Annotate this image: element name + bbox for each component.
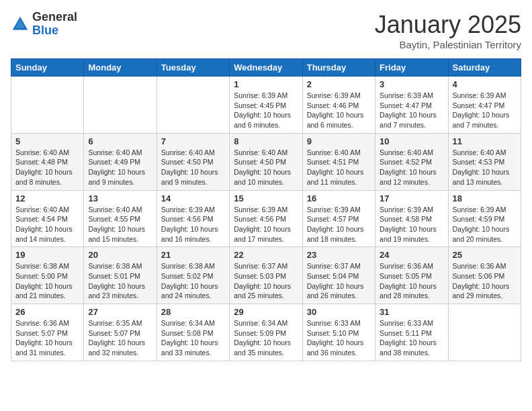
calendar-cell: 25Sunrise: 6:36 AMSunset: 5:06 PMDayligh… bbox=[448, 247, 521, 304]
day-info: Sunrise: 6:36 AMSunset: 5:06 PMDaylight:… bbox=[453, 261, 517, 301]
day-number: 12 bbox=[15, 193, 79, 203]
day-info: Sunrise: 6:36 AMSunset: 5:05 PMDaylight:… bbox=[380, 261, 443, 301]
calendar-cell: 1Sunrise: 6:39 AMSunset: 4:45 PMDaylight… bbox=[230, 77, 302, 134]
day-info: Sunrise: 6:39 AMSunset: 4:56 PMDaylight:… bbox=[234, 205, 298, 244]
calendar-cell: 3Sunrise: 6:39 AMSunset: 4:47 PMDaylight… bbox=[375, 77, 448, 134]
calendar-cell: 26Sunrise: 6:36 AMSunset: 5:07 PMDayligh… bbox=[11, 304, 84, 361]
location: Baytin, Palestinian Territory bbox=[375, 39, 521, 50]
day-number: 9 bbox=[307, 136, 371, 146]
day-number: 23 bbox=[307, 250, 371, 260]
day-info: Sunrise: 6:38 AMSunset: 5:01 PMDaylight:… bbox=[88, 261, 152, 301]
page-header: General Blue January 2025 Baytin, Palest… bbox=[11, 11, 521, 50]
day-number: 8 bbox=[234, 136, 298, 146]
day-number: 13 bbox=[88, 193, 152, 203]
calendar-cell: 12Sunrise: 6:40 AMSunset: 4:54 PMDayligh… bbox=[11, 190, 84, 247]
day-info: Sunrise: 6:34 AMSunset: 5:09 PMDaylight:… bbox=[234, 318, 298, 358]
day-number: 26 bbox=[15, 307, 79, 317]
day-number: 2 bbox=[307, 79, 371, 89]
day-info: Sunrise: 6:40 AMSunset: 4:49 PMDaylight:… bbox=[88, 148, 152, 187]
calendar-cell bbox=[157, 77, 229, 134]
title-block: January 2025 Baytin, Palestinian Territo… bbox=[375, 11, 521, 50]
calendar-week-row: 1Sunrise: 6:39 AMSunset: 4:45 PMDaylight… bbox=[11, 77, 521, 134]
day-info: Sunrise: 6:38 AMSunset: 5:02 PMDaylight:… bbox=[161, 261, 225, 301]
day-number: 19 bbox=[15, 250, 79, 260]
day-info: Sunrise: 6:33 AMSunset: 5:10 PMDaylight:… bbox=[307, 318, 371, 358]
calendar-cell: 5Sunrise: 6:40 AMSunset: 4:48 PMDaylight… bbox=[11, 133, 84, 190]
calendar-cell: 21Sunrise: 6:38 AMSunset: 5:02 PMDayligh… bbox=[157, 247, 229, 304]
calendar-cell: 6Sunrise: 6:40 AMSunset: 4:49 PMDaylight… bbox=[84, 133, 157, 190]
day-number: 22 bbox=[234, 250, 298, 260]
logo-blue: Blue bbox=[32, 24, 58, 37]
day-number: 5 bbox=[15, 136, 79, 146]
day-number: 20 bbox=[88, 250, 152, 260]
calendar-cell: 14Sunrise: 6:39 AMSunset: 4:56 PMDayligh… bbox=[157, 190, 229, 247]
calendar-cell: 7Sunrise: 6:40 AMSunset: 4:50 PMDaylight… bbox=[157, 133, 229, 190]
weekday-header: Monday bbox=[84, 59, 157, 77]
calendar-cell: 8Sunrise: 6:40 AMSunset: 4:50 PMDaylight… bbox=[230, 133, 302, 190]
day-number: 16 bbox=[307, 193, 371, 203]
day-info: Sunrise: 6:38 AMSunset: 5:00 PMDaylight:… bbox=[15, 261, 79, 301]
logo-icon bbox=[11, 15, 30, 34]
weekday-header: Tuesday bbox=[157, 59, 229, 77]
calendar-cell: 18Sunrise: 6:39 AMSunset: 4:59 PMDayligh… bbox=[448, 190, 521, 247]
day-info: Sunrise: 6:35 AMSunset: 5:07 PMDaylight:… bbox=[88, 318, 152, 358]
day-info: Sunrise: 6:39 AMSunset: 4:58 PMDaylight:… bbox=[380, 205, 443, 244]
day-info: Sunrise: 6:40 AMSunset: 4:50 PMDaylight:… bbox=[234, 148, 298, 187]
day-info: Sunrise: 6:36 AMSunset: 5:07 PMDaylight:… bbox=[15, 318, 79, 358]
calendar-cell: 30Sunrise: 6:33 AMSunset: 5:10 PMDayligh… bbox=[302, 304, 375, 361]
day-number: 25 bbox=[453, 250, 517, 260]
day-info: Sunrise: 6:40 AMSunset: 4:55 PMDaylight:… bbox=[88, 205, 152, 244]
calendar-cell: 16Sunrise: 6:39 AMSunset: 4:57 PMDayligh… bbox=[302, 190, 375, 247]
weekday-header: Friday bbox=[375, 59, 448, 77]
weekday-header: Sunday bbox=[11, 59, 84, 77]
day-number: 31 bbox=[380, 307, 443, 317]
day-info: Sunrise: 6:37 AMSunset: 5:04 PMDaylight:… bbox=[307, 261, 371, 301]
calendar-cell: 10Sunrise: 6:40 AMSunset: 4:52 PMDayligh… bbox=[375, 133, 448, 190]
day-number: 6 bbox=[88, 136, 152, 146]
day-info: Sunrise: 6:39 AMSunset: 4:59 PMDaylight:… bbox=[453, 205, 517, 244]
calendar-week-row: 12Sunrise: 6:40 AMSunset: 4:54 PMDayligh… bbox=[11, 190, 521, 247]
calendar-cell: 28Sunrise: 6:34 AMSunset: 5:08 PMDayligh… bbox=[157, 304, 229, 361]
day-info: Sunrise: 6:40 AMSunset: 4:48 PMDaylight:… bbox=[15, 148, 79, 187]
day-info: Sunrise: 6:37 AMSunset: 5:03 PMDaylight:… bbox=[234, 261, 298, 301]
calendar-table: SundayMondayTuesdayWednesdayThursdayFrid… bbox=[11, 58, 521, 361]
day-number: 17 bbox=[380, 193, 443, 203]
day-number: 1 bbox=[234, 79, 298, 89]
calendar-week-row: 19Sunrise: 6:38 AMSunset: 5:00 PMDayligh… bbox=[11, 247, 521, 304]
day-info: Sunrise: 6:40 AMSunset: 4:51 PMDaylight:… bbox=[307, 148, 371, 187]
day-info: Sunrise: 6:40 AMSunset: 4:54 PMDaylight:… bbox=[15, 205, 79, 244]
calendar-cell: 4Sunrise: 6:39 AMSunset: 4:47 PMDaylight… bbox=[448, 77, 521, 134]
day-info: Sunrise: 6:40 AMSunset: 4:52 PMDaylight:… bbox=[380, 148, 443, 187]
calendar-cell: 15Sunrise: 6:39 AMSunset: 4:56 PMDayligh… bbox=[230, 190, 302, 247]
calendar-cell: 11Sunrise: 6:40 AMSunset: 4:53 PMDayligh… bbox=[448, 133, 521, 190]
day-number: 27 bbox=[88, 307, 152, 317]
calendar-cell: 20Sunrise: 6:38 AMSunset: 5:01 PMDayligh… bbox=[84, 247, 157, 304]
calendar-cell: 27Sunrise: 6:35 AMSunset: 5:07 PMDayligh… bbox=[84, 304, 157, 361]
weekday-header: Saturday bbox=[448, 59, 521, 77]
day-info: Sunrise: 6:39 AMSunset: 4:47 PMDaylight:… bbox=[453, 91, 517, 130]
weekday-header-row: SundayMondayTuesdayWednesdayThursdayFrid… bbox=[11, 59, 521, 77]
day-info: Sunrise: 6:39 AMSunset: 4:45 PMDaylight:… bbox=[234, 91, 298, 130]
day-info: Sunrise: 6:39 AMSunset: 4:47 PMDaylight:… bbox=[380, 91, 443, 130]
weekday-header: Thursday bbox=[302, 59, 375, 77]
day-info: Sunrise: 6:39 AMSunset: 4:57 PMDaylight:… bbox=[307, 205, 371, 244]
calendar-cell: 29Sunrise: 6:34 AMSunset: 5:09 PMDayligh… bbox=[230, 304, 302, 361]
day-number: 28 bbox=[161, 307, 225, 317]
calendar-cell: 19Sunrise: 6:38 AMSunset: 5:00 PMDayligh… bbox=[11, 247, 84, 304]
calendar-cell: 24Sunrise: 6:36 AMSunset: 5:05 PMDayligh… bbox=[375, 247, 448, 304]
calendar-cell: 17Sunrise: 6:39 AMSunset: 4:58 PMDayligh… bbox=[375, 190, 448, 247]
logo: General Blue bbox=[11, 11, 77, 38]
month-title: January 2025 bbox=[375, 11, 521, 39]
calendar-cell: 23Sunrise: 6:37 AMSunset: 5:04 PMDayligh… bbox=[302, 247, 375, 304]
calendar-cell bbox=[448, 304, 521, 361]
day-info: Sunrise: 6:33 AMSunset: 5:11 PMDaylight:… bbox=[380, 318, 443, 358]
day-number: 3 bbox=[380, 79, 443, 89]
calendar-week-row: 26Sunrise: 6:36 AMSunset: 5:07 PMDayligh… bbox=[11, 304, 521, 361]
day-info: Sunrise: 6:40 AMSunset: 4:50 PMDaylight:… bbox=[161, 148, 225, 187]
day-number: 14 bbox=[161, 193, 225, 203]
calendar-cell: 13Sunrise: 6:40 AMSunset: 4:55 PMDayligh… bbox=[84, 190, 157, 247]
day-number: 11 bbox=[453, 136, 517, 146]
day-number: 18 bbox=[453, 193, 517, 203]
logo-general: General bbox=[32, 10, 77, 24]
calendar-cell bbox=[11, 77, 84, 134]
